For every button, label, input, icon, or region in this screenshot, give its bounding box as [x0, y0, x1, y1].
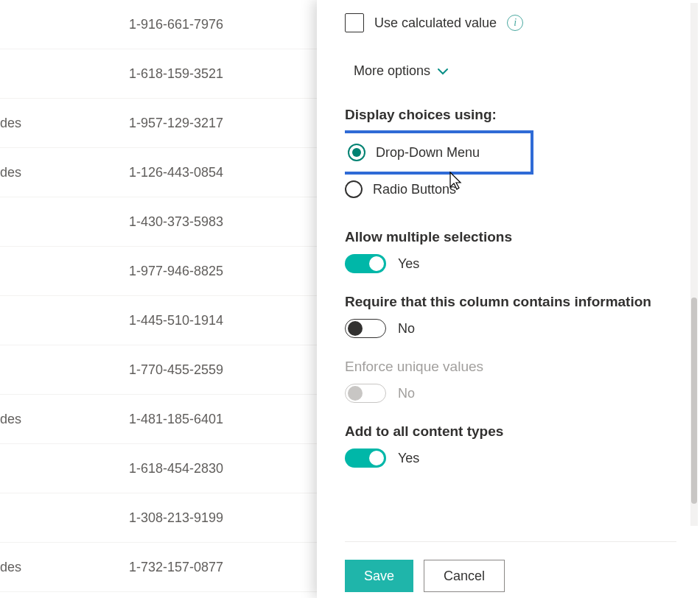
cancel-button[interactable]: Cancel	[424, 560, 505, 592]
table-row[interactable]: des1-126-443-0854	[0, 148, 317, 197]
table-row[interactable]: 1-618-159-3521	[0, 49, 317, 99]
table-row[interactable]: 1-430-373-5983	[0, 197, 317, 247]
background-list: 1-916-661-7976 1-618-159-3521 des1-957-1…	[0, 0, 317, 598]
scrollbar-thumb[interactable]	[691, 298, 697, 504]
use-calculated-value-label: Use calculated value	[374, 15, 497, 31]
enforce-unique-label: Enforce unique values	[345, 359, 678, 375]
display-choice-dropdown-radio[interactable]: Drop-Down Menu	[345, 130, 533, 175]
more-options-toggle[interactable]: More options	[354, 63, 678, 79]
info-icon[interactable]: i	[507, 15, 523, 31]
display-choices-label: Display choices using:	[345, 107, 678, 123]
save-button[interactable]: Save	[345, 560, 413, 592]
column-settings-panel: Use calculated value i More options Disp…	[317, 0, 700, 598]
table-row[interactable]: 1-445-510-1914	[0, 296, 317, 345]
require-info-value: No	[398, 321, 415, 337]
enforce-unique-value: No	[398, 386, 415, 401]
panel-scrollbar[interactable]	[690, 3, 698, 526]
enforce-unique-toggle	[345, 384, 386, 403]
add-all-content-types-value: Yes	[398, 451, 419, 466]
table-row[interactable]: 1-308-213-9199	[0, 493, 317, 543]
add-all-content-types-toggle[interactable]	[345, 448, 386, 468]
allow-multiple-value: Yes	[398, 256, 419, 272]
table-row[interactable]: des1-732-157-0877	[0, 543, 317, 592]
use-calculated-value-checkbox[interactable]	[345, 13, 364, 32]
display-choice-radiobuttons-radio[interactable]: Radio Buttons	[345, 170, 678, 208]
add-all-content-types-label: Add to all content types	[345, 423, 678, 440]
require-info-label: Require that this column contains inform…	[345, 294, 678, 310]
radio-unselected-icon	[345, 180, 363, 198]
table-row[interactable]: 1-916-661-7976	[0, 0, 317, 49]
table-row[interactable]: 1-618-454-2830	[0, 444, 317, 493]
table-row[interactable]: 1-770-455-2559	[0, 345, 317, 395]
allow-multiple-label: Allow multiple selections	[345, 229, 678, 245]
table-row[interactable]: des1-957-129-3217	[0, 99, 317, 148]
radio-selected-icon	[348, 144, 365, 161]
table-row[interactable]: des1-481-185-6401	[0, 395, 317, 444]
chevron-down-icon	[438, 66, 448, 77]
allow-multiple-toggle[interactable]	[345, 254, 386, 273]
require-info-toggle[interactable]	[345, 319, 386, 338]
table-row[interactable]: 1-977-946-8825	[0, 247, 317, 296]
